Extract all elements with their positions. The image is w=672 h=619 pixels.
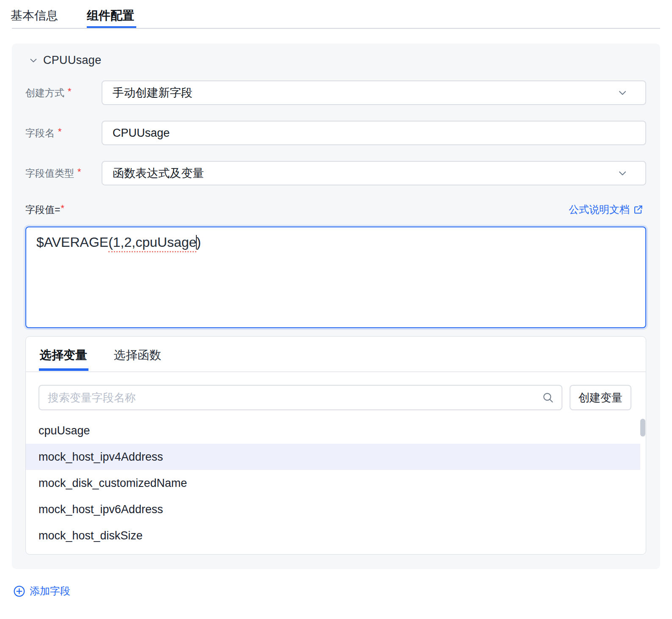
value-type-select[interactable]: 函数表达式及变量 bbox=[102, 161, 646, 185]
tab-component-config[interactable]: 组件配置 bbox=[87, 7, 134, 25]
formula-doc-link[interactable]: 公式说明文档 bbox=[569, 202, 643, 217]
section-header: CPUUsage bbox=[29, 54, 101, 67]
tabs-divider bbox=[12, 28, 660, 29]
component-config-page: 基本信息 组件配置 CPUUsage 创建方式* 手动创建新字段 bbox=[0, 0, 672, 619]
chevron-down-icon[interactable] bbox=[29, 56, 38, 65]
add-field-button[interactable]: 添加字段 bbox=[14, 584, 70, 598]
variable-search-input[interactable] bbox=[48, 391, 542, 404]
search-icon bbox=[542, 392, 554, 403]
tab-select-function[interactable]: 选择函数 bbox=[114, 346, 161, 365]
tab-basic-info[interactable]: 基本信息 bbox=[11, 7, 58, 25]
create-method-value: 手动创建新字段 bbox=[113, 85, 617, 100]
value-type-value: 函数表达式及变量 bbox=[113, 166, 617, 181]
section-title: CPUUsage bbox=[43, 54, 101, 67]
field-name-input-wrap bbox=[102, 121, 646, 145]
formula-editor[interactable]: $AVERAGE(1,2,cpuUsage) bbox=[25, 227, 646, 328]
list-item[interactable]: cpuUsage bbox=[26, 417, 640, 444]
field-name-input[interactable] bbox=[113, 127, 635, 140]
panel-tabs-divider bbox=[26, 371, 646, 372]
chevron-down-icon bbox=[617, 88, 628, 98]
required-asterisk: * bbox=[68, 86, 72, 97]
list-item[interactable]: mock_host_diskSize bbox=[26, 522, 640, 549]
field-config-card: CPUUsage 创建方式* 手动创建新字段 字段名* bbox=[12, 44, 660, 569]
tab-select-variable[interactable]: 选择变量 bbox=[40, 346, 87, 365]
external-link-icon bbox=[633, 204, 643, 215]
spellcheck-underline: (1,2,cpuUsage bbox=[108, 235, 196, 252]
create-method-label: 创建方式* bbox=[25, 80, 72, 105]
variable-list: cpuUsage mock_host_ipv4Address mock_disk… bbox=[26, 417, 640, 549]
variable-search-box bbox=[39, 385, 562, 410]
add-field-label: 添加字段 bbox=[30, 584, 70, 598]
field-name-label: 字段名* bbox=[25, 121, 62, 145]
field-value-label: 字段值=* bbox=[25, 202, 64, 217]
create-variable-button[interactable]: 创建变量 bbox=[570, 385, 631, 410]
panel-active-tab-underline bbox=[39, 368, 88, 371]
required-asterisk: * bbox=[58, 126, 62, 137]
variable-picker-panel: 选择变量 选择函数 创建变量 cpuUsage mock_host_ipv4Ad… bbox=[25, 336, 646, 555]
chevron-down-icon bbox=[617, 168, 628, 178]
list-item[interactable]: mock_disk_customizedName bbox=[26, 470, 640, 496]
required-asterisk: * bbox=[77, 166, 81, 177]
list-item[interactable]: mock_host_ipv6Address bbox=[26, 496, 640, 522]
plus-circle-icon bbox=[14, 586, 25, 597]
create-method-select[interactable]: 手动创建新字段 bbox=[102, 80, 646, 105]
value-type-label: 字段值类型* bbox=[25, 161, 81, 185]
list-item-selected[interactable]: mock_host_ipv4Address bbox=[26, 444, 640, 470]
scrollbar-thumb[interactable] bbox=[640, 419, 645, 437]
formula-text: $AVERAGE(1,2,cpuUsage) bbox=[36, 235, 201, 250]
required-asterisk: * bbox=[61, 203, 64, 214]
